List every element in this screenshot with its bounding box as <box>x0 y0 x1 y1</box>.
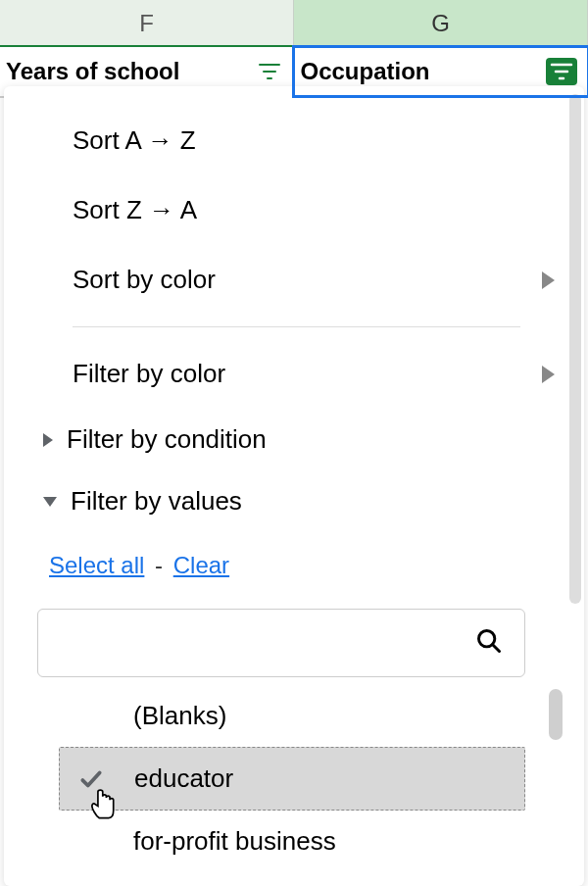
filter-by-condition[interactable]: Filter by condition <box>4 409 584 470</box>
sort-by-color-label: Sort by color <box>73 265 216 295</box>
filter-by-values[interactable]: Filter by values <box>4 470 584 532</box>
select-all-link[interactable]: Select all <box>49 552 144 578</box>
filter-by-values-label: Filter by values <box>71 486 242 517</box>
divider <box>73 326 520 327</box>
chevron-right-icon <box>542 271 555 289</box>
value-blanks[interactable]: (Blanks) <box>59 685 525 747</box>
value-for-profit-label: for-profit business <box>127 826 336 857</box>
filter-search-input[interactable] <box>37 609 525 677</box>
sort-a-z-label: Sort A → Z <box>73 125 196 156</box>
clear-link[interactable]: Clear <box>173 552 229 578</box>
sort-z-a[interactable]: Sort Z → A <box>4 175 584 245</box>
filter-by-condition-label: Filter by condition <box>67 424 267 455</box>
triangle-right-icon <box>43 433 53 447</box>
filter-by-color[interactable]: Filter by color <box>4 339 584 409</box>
column-header-g[interactable]: Occupation <box>292 45 589 98</box>
sort-by-color[interactable]: Sort by color <box>4 245 584 315</box>
filter-by-color-label: Filter by color <box>73 359 225 389</box>
filter-icon[interactable] <box>256 60 283 83</box>
filter-value-list: (Blanks) educator for-profit business <box>59 685 525 872</box>
value-for-profit[interactable]: for-profit business <box>59 811 525 872</box>
column-letter-g[interactable]: G <box>294 0 588 45</box>
column-header-g-label: Occupation <box>301 58 430 85</box>
filter-icon-active[interactable] <box>546 58 577 85</box>
value-blanks-label: (Blanks) <box>127 701 226 731</box>
chevron-right-icon <box>542 366 555 383</box>
value-educator[interactable]: educator <box>59 747 525 811</box>
sort-a-z[interactable]: Sort A → Z <box>4 106 584 175</box>
panel-scrollbar[interactable] <box>569 94 581 604</box>
sort-z-a-label: Sort Z → A <box>73 195 197 225</box>
value-educator-label: educator <box>128 763 233 794</box>
svg-line-7 <box>493 645 500 652</box>
filter-panel: Sort A → Z Sort Z → A Sort by color Filt… <box>4 86 584 886</box>
column-letter-f[interactable]: F <box>0 0 294 45</box>
triangle-down-icon <box>43 497 57 507</box>
column-header-f-label: Years of school <box>6 58 179 85</box>
separator: - <box>155 552 163 578</box>
search-icon <box>475 627 503 659</box>
filter-value-links: Select all - Clear <box>4 532 584 603</box>
value-list-scrollbar[interactable] <box>549 689 563 740</box>
